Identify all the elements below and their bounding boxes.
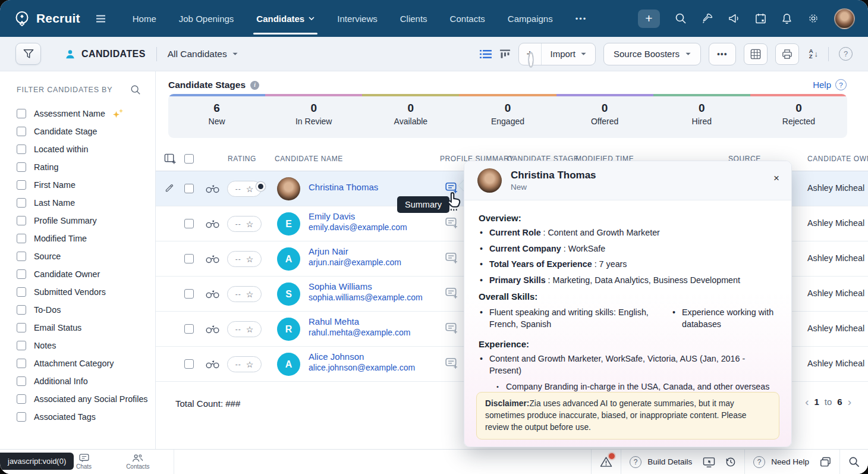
star-icon[interactable]: ☆ xyxy=(246,290,254,299)
binoculars-icon[interactable] xyxy=(206,359,219,371)
binoculars-icon[interactable] xyxy=(206,184,219,196)
zia-summary-icon[interactable] xyxy=(445,217,458,232)
binoculars-icon[interactable] xyxy=(206,254,219,266)
row-checkbox[interactable] xyxy=(184,219,194,228)
table-view-button[interactable] xyxy=(744,43,768,65)
binoculars-icon[interactable] xyxy=(206,289,219,301)
sort-button[interactable]: AZ ↓ xyxy=(809,49,818,59)
help-link[interactable]: Help ? xyxy=(813,79,847,90)
search-icon[interactable] xyxy=(848,456,860,467)
candidate-name-link[interactable]: Sophia Williams xyxy=(309,281,423,291)
info-icon[interactable]: i xyxy=(250,81,259,90)
filter-button[interactable] xyxy=(15,43,41,65)
checkbox[interactable] xyxy=(17,180,26,190)
column-header-candidate-owner[interactable]: CANDIDATE OWNER xyxy=(807,155,868,163)
tour-marker-dot[interactable] xyxy=(256,182,265,191)
nav-campaigns[interactable]: Campaigns xyxy=(496,0,564,37)
checkbox[interactable] xyxy=(17,323,26,332)
star-icon[interactable]: ☆ xyxy=(246,255,254,263)
row-checkbox[interactable] xyxy=(184,324,194,334)
rating-pill[interactable]: --☆ xyxy=(227,251,262,267)
list-view-icon[interactable] xyxy=(480,49,492,59)
zia-summary-icon[interactable] xyxy=(445,287,458,302)
checkbox[interactable] xyxy=(17,216,26,225)
build-details-label[interactable]: Build Details xyxy=(647,457,692,466)
tour-marker-dot[interactable] xyxy=(529,55,533,65)
filter-option-first-name[interactable]: First Name xyxy=(17,176,155,194)
checkbox[interactable] xyxy=(17,287,26,297)
need-help-label[interactable]: Need Help xyxy=(771,457,809,466)
zia-summary-icon[interactable] xyxy=(445,252,458,267)
search-icon[interactable] xyxy=(675,12,687,24)
candidate-name-link[interactable]: Rahul Mehta xyxy=(309,316,410,327)
select-all-checkbox[interactable] xyxy=(184,154,194,164)
checkbox[interactable] xyxy=(17,394,26,404)
candidate-name-link[interactable]: Alice Johnson xyxy=(309,351,415,362)
contacts-button[interactable]: Contacts xyxy=(126,454,149,470)
nav-home[interactable]: Home xyxy=(121,0,168,37)
add-column-icon[interactable] xyxy=(164,153,177,167)
rating-pill[interactable]: --☆ xyxy=(227,356,262,372)
checkbox[interactable] xyxy=(17,145,26,154)
checkbox[interactable] xyxy=(17,376,26,386)
checkbox[interactable] xyxy=(17,109,26,118)
column-header-candidate-name[interactable]: CANDIDATE NAME xyxy=(275,155,343,163)
checkbox[interactable] xyxy=(17,127,26,136)
candidate-email-link[interactable]: rahul.mehta@example.com xyxy=(309,328,410,337)
column-header-rating[interactable]: RATING xyxy=(228,155,256,163)
print-button[interactable] xyxy=(775,43,799,65)
search-icon[interactable] xyxy=(130,84,141,95)
star-icon[interactable]: ☆ xyxy=(246,220,254,228)
stage-rejected[interactable]: 0Rejected xyxy=(750,96,847,126)
rating-pill[interactable]: --☆ xyxy=(227,286,262,302)
checkbox[interactable] xyxy=(17,341,26,350)
filter-option-last-name[interactable]: Last Name xyxy=(17,194,155,212)
filter-option-profile-summary[interactable]: Profile Summary xyxy=(17,212,155,230)
settings-gear-icon[interactable] xyxy=(807,12,819,24)
rating-pill[interactable]: --☆ xyxy=(227,321,262,337)
notifications-bell-icon[interactable] xyxy=(781,12,792,24)
nav-contacts[interactable]: Contacts xyxy=(439,0,496,37)
row-checkbox[interactable] xyxy=(184,359,194,369)
candidate-email-link[interactable]: arjun.nair@example.com xyxy=(309,258,401,267)
user-avatar[interactable] xyxy=(834,8,855,29)
brand[interactable]: Recruit xyxy=(13,10,80,27)
binoculars-icon[interactable] xyxy=(206,219,219,231)
checkbox[interactable] xyxy=(17,162,26,172)
filter-option-associated-tags[interactable]: Associated Tags xyxy=(17,408,155,426)
stage-in-review[interactable]: 0In Review xyxy=(265,96,362,126)
nav-clients[interactable]: Clients xyxy=(389,0,439,37)
checkbox[interactable] xyxy=(17,198,26,208)
help-circle-icon[interactable]: ? xyxy=(839,47,853,61)
announcement-icon[interactable] xyxy=(728,12,740,24)
calendar-icon[interactable] xyxy=(755,12,766,24)
hamburger-menu-icon[interactable] xyxy=(96,15,106,23)
star-icon[interactable]: ☆ xyxy=(246,325,254,334)
nav-more[interactable]: ••• xyxy=(564,0,599,37)
checkbox[interactable] xyxy=(17,412,26,422)
next-page-icon[interactable]: › xyxy=(848,396,851,407)
star-icon[interactable]: ☆ xyxy=(246,360,254,369)
candidate-name-link[interactable]: Christina Thomas xyxy=(309,182,378,192)
copy-stack-icon[interactable] xyxy=(820,457,831,467)
checkbox[interactable] xyxy=(17,269,26,279)
candidate-name-link[interactable]: Emily Davis xyxy=(309,211,407,221)
checkbox[interactable] xyxy=(17,359,26,368)
filter-option-notes[interactable]: Notes xyxy=(17,337,155,354)
filter-option-assessment-name[interactable]: Assessment Name xyxy=(17,105,155,123)
stage-new[interactable]: 6New xyxy=(168,96,265,126)
warning-button[interactable] xyxy=(600,456,612,467)
stage-hired[interactable]: 0Hired xyxy=(653,96,750,126)
checkbox[interactable] xyxy=(17,252,26,261)
filter-option-additional-info[interactable]: Additional Info xyxy=(17,372,155,390)
filter-option-submitted-vendors[interactable]: Submitted Vendors xyxy=(17,283,155,301)
candidate-email-link[interactable]: sophia.williams@example.com xyxy=(309,293,423,302)
nav-candidates[interactable]: Candidates xyxy=(245,0,326,37)
rating-pill[interactable]: --☆ xyxy=(227,216,262,232)
row-checkbox[interactable] xyxy=(184,254,194,263)
binoculars-icon[interactable] xyxy=(206,324,219,336)
history-clock-icon[interactable] xyxy=(725,456,736,467)
more-actions-button[interactable]: ••• xyxy=(709,43,736,65)
prev-page-icon[interactable]: ‹ xyxy=(805,396,809,407)
stage-available[interactable]: 0Available xyxy=(362,96,459,126)
